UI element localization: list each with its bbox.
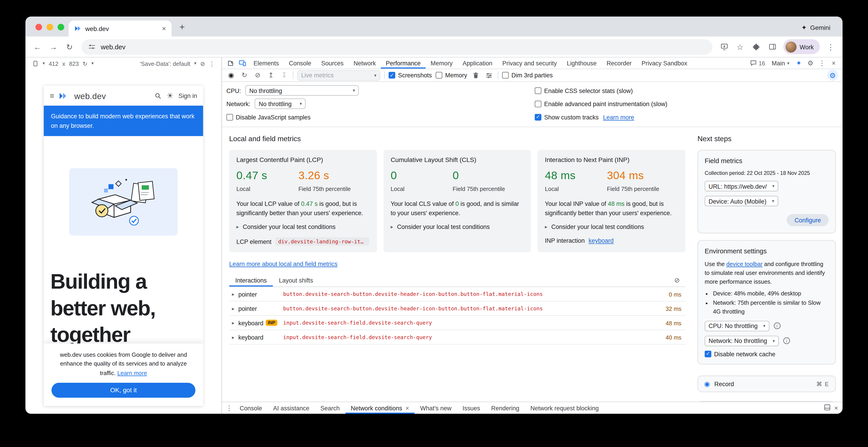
tab-performance[interactable]: Performance <box>381 58 426 69</box>
devtools-more-icon[interactable]: ⋮ <box>816 59 828 67</box>
record-button-row[interactable]: ◉ Record ⌘ E <box>698 376 836 392</box>
drawer-tab-whats-new[interactable]: What's new <box>414 402 457 414</box>
lcp-element-chip[interactable]: div.devsite-landing-row-item-d… <box>275 237 370 246</box>
tab-memory[interactable]: Memory <box>426 58 458 69</box>
load-profile-icon[interactable]: ↥ <box>266 71 276 80</box>
viewport-height[interactable]: 823 <box>69 60 79 67</box>
tab-interactions[interactable]: Interactions <box>229 274 273 286</box>
install-button[interactable] <box>717 39 732 54</box>
history-select[interactable]: Live metrics ▾ <box>297 70 380 80</box>
css-selector-stats-checkbox[interactable] <box>535 87 541 94</box>
tab-privacy-security[interactable]: Privacy and security <box>497 58 562 69</box>
memory-checkbox[interactable] <box>436 72 442 78</box>
close-drawer-icon[interactable]: × <box>834 404 838 412</box>
cookie-ok-button[interactable]: OK, got it <box>52 383 195 398</box>
bookmark-star-button[interactable]: ☆ <box>733 39 748 54</box>
url-select[interactable]: URL: https://web.dev/ ▾ <box>705 181 779 192</box>
close-drawer-tab-icon[interactable]: × <box>405 405 409 411</box>
save-data-select[interactable]: 'Save-Data': default <box>140 60 190 67</box>
tab-elements[interactable]: Elements <box>249 58 284 69</box>
throttling-block-icon[interactable]: ⊘ <box>200 60 205 67</box>
tab-recorder[interactable]: Recorder <box>601 58 637 69</box>
console-messages-badge[interactable]: 16 <box>748 60 768 66</box>
network-throttling-select[interactable]: No throttling ▾ <box>255 98 306 109</box>
disable-cache-row[interactable]: ✓ Disable network cache <box>705 351 829 357</box>
sidebar-cpu-throttle-select[interactable]: CPU: No throttling ▾ <box>705 321 769 331</box>
expand-icon[interactable]: ▸ <box>232 291 234 297</box>
forward-button[interactable]: → <box>46 39 61 54</box>
consider-conditions-toggle[interactable]: ▸ Consider your local test conditions <box>391 224 524 230</box>
inp-interaction-link[interactable]: keyboard <box>589 237 614 244</box>
drawer-tab-network-request-blocking[interactable]: Network request blocking <box>525 402 604 414</box>
cpu-throttling-select[interactable]: No throttling ▾ <box>245 85 359 96</box>
zoom-select-caret-icon[interactable]: ▾ <box>91 61 94 66</box>
hamburger-menu-icon[interactable]: ≡ <box>50 91 54 100</box>
disable-js-samples-row[interactable]: Disable JavaScript samples <box>226 113 311 120</box>
profile-chip[interactable]: Work <box>783 39 820 54</box>
drawer-tab-ai-assistance[interactable]: AI assistance <box>268 402 315 414</box>
consider-conditions-toggle[interactable]: ▸ Consider your local test conditions <box>236 224 370 230</box>
dim-third-parties-checkbox[interactable] <box>502 72 508 78</box>
metrics-learn-more-link[interactable]: Learn more about local and field metrics <box>229 261 337 267</box>
save-profile-icon[interactable]: ↧ <box>280 71 289 80</box>
extensions-button[interactable] <box>749 39 764 54</box>
inspect-element-icon[interactable] <box>224 58 236 69</box>
tab-sources[interactable]: Sources <box>316 58 349 69</box>
context-select[interactable]: Main ▾ <box>768 60 793 66</box>
screenshots-checkbox-row[interactable]: ✓ Screenshots <box>389 72 432 78</box>
save-data-caret-icon[interactable]: ▾ <box>194 61 196 66</box>
record-reload-button-icon[interactable]: ↻ <box>240 71 249 80</box>
dim-third-parties-checkbox-row[interactable]: Dim 3rd parties <box>502 72 553 78</box>
capture-settings-gear-icon[interactable]: ⚙ <box>827 70 838 81</box>
sliders-icon[interactable] <box>484 71 494 80</box>
devtools-close-icon[interactable]: × <box>828 59 839 67</box>
custom-tracks-row[interactable]: ✓ Show custom tracks <box>535 113 598 120</box>
configure-button[interactable]: Configure <box>787 214 829 226</box>
address-bar[interactable]: web.dev <box>81 39 712 54</box>
device-toolbar-link[interactable]: device toolbar <box>726 261 763 267</box>
tab-layout-shifts[interactable]: Layout shifts <box>273 274 319 286</box>
custom-tracks-checkbox[interactable]: ✓ <box>535 113 541 120</box>
interaction-row[interactable]: ▸ pointer button.devsite-search-button.d… <box>229 302 685 316</box>
browser-menu-button[interactable]: ⋮ <box>823 39 838 54</box>
disable-js-samples-checkbox[interactable] <box>226 113 233 120</box>
maximize-window-button[interactable] <box>58 24 64 30</box>
tab-lighthouse[interactable]: Lighthouse <box>562 58 602 69</box>
custom-tracks-learn-more-link[interactable]: Learn more <box>603 113 634 120</box>
devtools-settings-icon[interactable]: ⚙ <box>805 59 816 67</box>
sidebar-network-throttle-select[interactable]: Network: No throttling ▾ <box>705 336 779 346</box>
screenshots-checkbox[interactable]: ✓ <box>389 72 395 78</box>
clear-log-icon[interactable]: ⊘ <box>674 276 685 284</box>
tab-network[interactable]: Network <box>348 58 381 69</box>
info-icon[interactable]: i <box>774 322 780 329</box>
memory-checkbox-row[interactable]: Memory <box>436 72 467 78</box>
viewport-width[interactable]: 412 <box>49 60 58 67</box>
device-more-button[interactable]: ⋮ <box>209 60 215 67</box>
sign-in-link[interactable]: Sign in <box>178 92 197 99</box>
paint-instrumentation-checkbox[interactable] <box>535 100 541 107</box>
rotate-icon[interactable]: ↻ <box>83 60 88 67</box>
site-brand[interactable]: web.dev <box>74 91 106 100</box>
search-icon[interactable] <box>154 92 162 99</box>
back-button[interactable]: ← <box>30 39 45 54</box>
device-select[interactable]: Device: Auto (Mobile) ▾ <box>705 196 778 206</box>
tab-close-icon[interactable]: × <box>162 25 166 32</box>
drawer-tab-search[interactable]: Search <box>315 402 345 414</box>
drawer-more-icon[interactable]: ⋮ <box>224 402 234 414</box>
drawer-tab-console[interactable]: Console <box>234 402 268 414</box>
interaction-row[interactable]: ▸ keyboard input.devsite-search-field.de… <box>229 330 685 345</box>
theme-toggle-icon[interactable]: ☀ <box>166 91 174 100</box>
expand-icon[interactable]: ▸ <box>232 306 234 311</box>
paint-instrumentation-row[interactable]: Enable advanced paint instrumentation (s… <box>535 100 668 107</box>
interaction-row[interactable]: ▸ keyboard INP input.devsite-search-fiel… <box>229 316 685 330</box>
record-button[interactable]: ◉ <box>226 71 236 80</box>
new-tab-button[interactable]: + <box>175 20 189 34</box>
disable-cache-checkbox[interactable]: ✓ <box>705 351 711 357</box>
side-panel-button[interactable] <box>765 39 780 54</box>
collect-garbage-icon[interactable] <box>471 71 480 80</box>
gemini-badge[interactable]: ✦ Gemini <box>801 24 836 31</box>
drawer-tab-rendering[interactable]: Rendering <box>486 402 525 414</box>
drawer-tab-issues[interactable]: Issues <box>457 402 486 414</box>
interaction-row[interactable]: ▸ pointer button.devsite-search-button.d… <box>229 287 685 302</box>
dock-side-icon[interactable] <box>824 403 831 413</box>
